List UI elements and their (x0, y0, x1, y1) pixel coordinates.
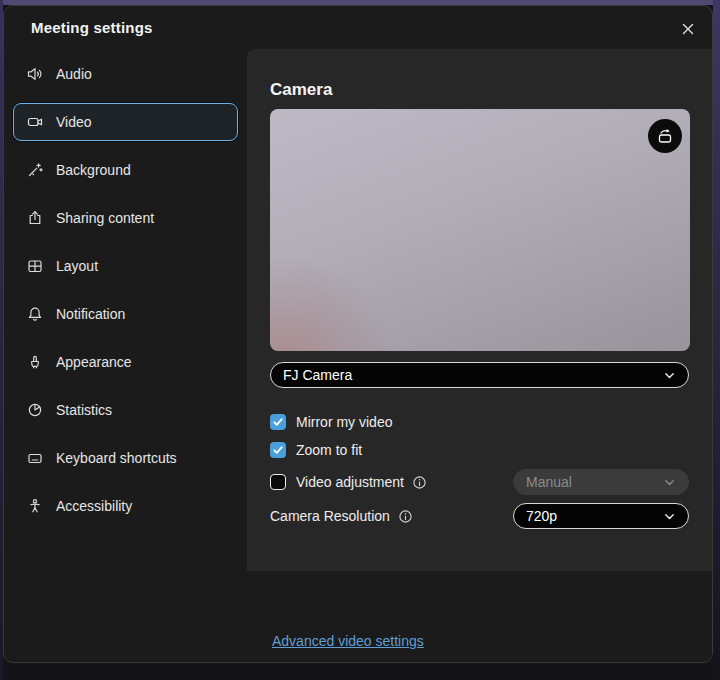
sidebar-item-video[interactable]: Video (13, 103, 238, 141)
sidebar-item-background[interactable]: Background (13, 151, 238, 189)
close-icon (681, 22, 695, 36)
rotate-camera-button[interactable] (648, 119, 682, 153)
sidebar-item-label: Notification (56, 306, 125, 322)
video-adjustment-mode-select: Manual (513, 469, 689, 495)
sidebar-item-keyboard-shortcuts[interactable]: Keyboard shortcuts (13, 439, 238, 477)
sidebar-item-label: Layout (56, 258, 98, 274)
sidebar-item-label: Appearance (56, 354, 132, 370)
sidebar-item-label: Keyboard shortcuts (56, 450, 177, 466)
desktop: Meeting settings Audio (0, 0, 720, 680)
checkmark-icon (272, 416, 284, 428)
camera-resolution-select[interactable]: 720p (513, 503, 689, 529)
sidebar-item-audio[interactable]: Audio (13, 55, 238, 93)
zoom-to-fit-label[interactable]: Zoom to fit (296, 442, 362, 458)
sidebar-item-layout[interactable]: Layout (13, 247, 238, 285)
chevron-down-icon (663, 510, 676, 523)
sidebar-item-notification[interactable]: Notification (13, 295, 238, 333)
bell-icon (26, 305, 44, 323)
layout-grid-icon (26, 257, 44, 275)
keyboard-icon (26, 449, 44, 467)
sidebar-item-statistics[interactable]: Statistics (13, 391, 238, 429)
accessibility-icon (26, 497, 44, 515)
sidebar-item-sharing-content[interactable]: Sharing content (13, 199, 238, 237)
sidebar-item-label: Audio (56, 66, 92, 82)
desktop-background-right (713, 0, 720, 680)
mirror-video-checkbox[interactable] (270, 414, 286, 430)
camera-device-select[interactable]: FJ Camera (270, 362, 689, 388)
speaker-icon (26, 65, 44, 83)
video-options: Mirror my video Zoom to fit (270, 413, 689, 529)
dialog-title: Meeting settings (31, 19, 153, 36)
close-button[interactable] (674, 15, 702, 43)
sidebar-item-accessibility[interactable]: Accessibility (13, 487, 238, 525)
panel-footer: Advanced video settings (247, 571, 712, 662)
chevron-down-icon (663, 369, 676, 382)
advanced-video-settings-link[interactable]: Advanced video settings (272, 633, 424, 649)
camera-device-value: FJ Camera (283, 367, 352, 383)
sidebar-item-appearance[interactable]: Appearance (13, 343, 238, 381)
mirror-video-label[interactable]: Mirror my video (296, 414, 392, 430)
chevron-down-icon (663, 476, 676, 489)
meeting-settings-dialog: Meeting settings Audio (3, 5, 713, 663)
sidebar-item-label: Sharing content (56, 210, 154, 226)
video-adjustment-checkbox[interactable] (270, 474, 286, 490)
camera-resolution-row: Camera Resolution 720p (270, 503, 689, 529)
sidebar-item-label: Video (56, 114, 92, 130)
video-adjustment-mode-value: Manual (526, 474, 572, 490)
zoom-to-fit-checkbox[interactable] (270, 442, 286, 458)
video-adjustment-label[interactable]: Video adjustment (296, 474, 404, 490)
video-camera-icon (26, 113, 44, 131)
panel-heading: Camera (270, 80, 688, 100)
camera-resolution-label: Camera Resolution (270, 508, 390, 524)
pie-chart-icon (26, 401, 44, 419)
zoom-to-fit-row: Zoom to fit (270, 441, 689, 458)
magic-wand-icon (26, 161, 44, 179)
rotate-camera-icon (655, 126, 675, 146)
sidebar-item-label: Accessibility (56, 498, 132, 514)
camera-resolution-value: 720p (526, 508, 557, 524)
video-adjustment-row: Video adjustment Manual (270, 469, 689, 495)
brush-icon (26, 353, 44, 371)
checkmark-icon (272, 444, 284, 456)
share-icon (26, 209, 44, 227)
settings-sidebar: Audio Video (4, 50, 247, 662)
mirror-video-row: Mirror my video (270, 413, 689, 430)
camera-preview (270, 109, 690, 351)
info-icon[interactable] (398, 509, 413, 524)
video-settings-panel: Camera FJ Camera (247, 49, 712, 571)
info-icon[interactable] (412, 475, 427, 490)
sidebar-item-label: Statistics (56, 402, 112, 418)
sidebar-item-label: Background (56, 162, 131, 178)
